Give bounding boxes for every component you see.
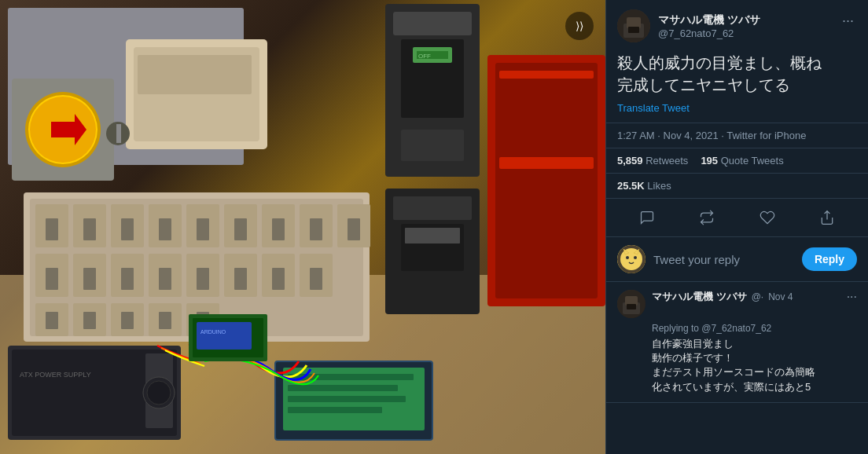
svg-point-95 (634, 256, 637, 259)
retweets-num: 5,859 (617, 155, 643, 167)
user-name-block: マサハル電機 ツバサ @7_62nato7_62 (658, 13, 760, 39)
reply-placeholder: Tweet your reply (653, 253, 740, 266)
more-button[interactable]: ··· (839, 9, 857, 32)
quote-tweets-stat[interactable]: 195 Quote Tweets (701, 155, 783, 167)
svg-rect-39 (234, 218, 247, 240)
quote-tweets-num: 195 (701, 155, 718, 167)
svg-rect-53 (159, 268, 171, 290)
reply-tweet-at: @· (752, 291, 764, 302)
svg-rect-69 (159, 312, 171, 329)
svg-rect-90 (627, 17, 641, 28)
svg-rect-12 (393, 12, 472, 35)
likes-num: 25.5K (617, 180, 645, 192)
translate-link[interactable]: Translate Tweet (617, 102, 690, 114)
svg-point-76 (147, 381, 171, 405)
tweet-stats: 5,859 Retweets 195 Quote Tweets (606, 148, 868, 174)
share-icon (819, 210, 835, 225)
reply-tweet-user: マサハル電機 ツバサ @· Nov 4 (652, 290, 840, 304)
svg-rect-21 (499, 157, 594, 169)
svg-rect-35 (159, 218, 171, 240)
svg-rect-51 (121, 268, 134, 290)
retweets-label: Retweets (645, 155, 688, 167)
comment-button[interactable] (631, 205, 663, 230)
svg-rect-59 (272, 268, 285, 290)
reply-tweet-header: マサハル電機 ツバサ @· Nov 4 ··· (617, 290, 857, 318)
svg-rect-57 (234, 268, 247, 290)
reply-tweet-avatar-svg (617, 290, 645, 318)
svg-rect-67 (121, 312, 134, 329)
svg-rect-99 (627, 304, 636, 309)
svg-point-94 (626, 256, 629, 259)
reply-tweet: マサハル電機 ツバサ @· Nov 4 ··· Replying to @7_6… (606, 282, 868, 403)
comment-icon (639, 210, 655, 225)
svg-text:OFF: OFF (418, 53, 431, 60)
svg-rect-65 (83, 312, 96, 329)
quote-tweets-label: Quote Tweets (721, 155, 784, 167)
svg-rect-49 (83, 268, 96, 290)
svg-rect-83 (288, 407, 382, 413)
tweet-body: 殺人的威力の目覚まし、概ね 完成してニヤニヤしてる Translate Twee… (606, 49, 868, 123)
svg-rect-10 (116, 124, 121, 143)
avatar[interactable] (617, 9, 650, 42)
expand-button[interactable]: ⟩⟩ (565, 12, 594, 40)
svg-rect-47 (46, 268, 58, 290)
svg-rect-61 (310, 268, 322, 290)
svg-rect-23 (393, 196, 472, 220)
svg-rect-17 (401, 130, 464, 161)
username[interactable]: @7_62nato7_62 (658, 27, 760, 39)
like-icon (760, 210, 775, 225)
reply-button[interactable]: Reply (802, 247, 857, 271)
svg-rect-33 (121, 218, 134, 240)
svg-rect-29 (46, 218, 58, 240)
tweet-actions (606, 199, 868, 237)
svg-rect-81 (288, 385, 398, 391)
reply-avatar-svg (617, 245, 645, 273)
reply-tweet-body: 自作豪強目覚まし 動作の様子です！ まだテスト用ソースコードの為簡略 化されてい… (652, 337, 857, 394)
likes-label: Likes (647, 180, 671, 192)
retweet-icon (699, 210, 715, 225)
reply-more-button[interactable]: ··· (847, 290, 857, 304)
svg-rect-45 (348, 218, 360, 240)
expand-icon: ⟩⟩ (576, 20, 583, 32)
tweet-meta: 1:27 AM · Nov 4, 2021 · Twitter for iPho… (606, 123, 868, 148)
tweet-text: 殺人的威力の目覚まし、概ね 完成してニヤニヤしてる (617, 52, 857, 96)
svg-text:ATX POWER SUPPLY: ATX POWER SUPPLY (20, 371, 91, 379)
svg-rect-20 (499, 71, 594, 79)
tweet-likes: 25.5K Likes (606, 174, 868, 199)
svg-rect-82 (288, 396, 406, 402)
share-button[interactable] (811, 205, 843, 230)
retweet-button[interactable] (691, 205, 723, 230)
tweet-header: マサハル電機 ツバサ @7_62nato7_62 ··· (606, 0, 868, 49)
svg-rect-4 (138, 55, 252, 94)
svg-rect-41 (272, 218, 285, 240)
replying-to: Replying to @7_62nato7_62 (652, 323, 857, 334)
reply-tweet-name[interactable]: マサハル電機 ツバサ (652, 290, 747, 304)
reply-tweet-avatar[interactable] (617, 290, 645, 318)
timestamp: 1:27 AM · Nov 4, 2021 · Twitter for iPho… (617, 130, 806, 141)
reply-area: Tweet your reply Reply (606, 237, 868, 282)
image-panel: OFF (0, 0, 605, 454)
like-button[interactable] (752, 205, 783, 230)
scene-svg: OFF (0, 0, 605, 454)
display-name[interactable]: マサハル電機 ツバサ (658, 13, 760, 27)
likes-stat[interactable]: 25.5K Likes (617, 180, 671, 192)
svg-rect-43 (310, 218, 322, 240)
retweets-stat[interactable]: 5,859 Retweets (617, 155, 688, 167)
svg-rect-37 (197, 218, 209, 240)
svg-rect-19 (495, 63, 598, 298)
avatar-svg (617, 9, 650, 42)
avatar-image (617, 9, 650, 42)
right-panel: マサハル電機 ツバサ @7_62nato7_62 ··· 殺人的威力の目覚まし、… (605, 0, 868, 454)
svg-rect-31 (83, 218, 96, 240)
svg-rect-63 (46, 312, 58, 329)
svg-rect-91 (628, 27, 639, 33)
svg-rect-86 (197, 322, 252, 350)
svg-rect-25 (405, 228, 460, 243)
reply-input[interactable]: Tweet your reply (653, 253, 794, 266)
svg-point-93 (620, 248, 642, 270)
reply-tweet-date: Nov 4 (768, 291, 793, 302)
reply-avatar (617, 245, 645, 273)
electronics-image: OFF (0, 0, 605, 454)
tweet-user-info: マサハル電機 ツバサ @7_62nato7_62 (617, 9, 760, 42)
svg-rect-55 (197, 268, 209, 290)
